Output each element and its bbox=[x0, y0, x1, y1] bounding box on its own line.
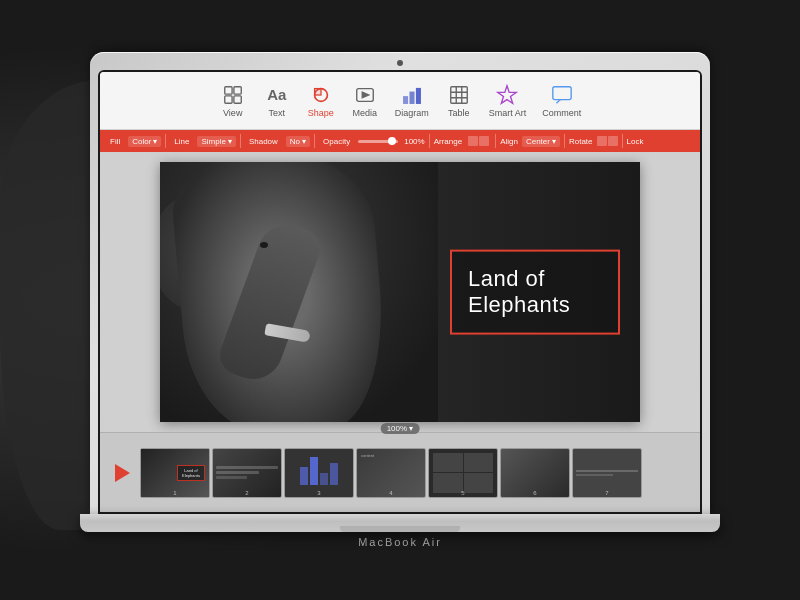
toolbar-smartart[interactable]: Smart Art bbox=[489, 84, 527, 118]
line-group: Line bbox=[170, 137, 193, 146]
svg-rect-1 bbox=[234, 86, 241, 93]
rotate-label: Rotate bbox=[569, 137, 593, 146]
media-icon bbox=[351, 84, 379, 106]
opacity-slider[interactable] bbox=[358, 140, 398, 143]
thumb-5-cell1 bbox=[433, 453, 463, 473]
color-chevron: ▾ bbox=[153, 137, 157, 146]
zoom-value: 100% bbox=[387, 424, 407, 433]
arrange-btn-2[interactable] bbox=[479, 136, 489, 146]
thumb-4-label: 4 bbox=[357, 490, 425, 496]
align-label: Align bbox=[500, 137, 518, 146]
thumb-7-label: 7 bbox=[573, 490, 641, 496]
diagram-label: Diagram bbox=[395, 108, 429, 118]
shape-icon bbox=[307, 84, 335, 106]
play-button[interactable] bbox=[108, 459, 136, 487]
thumb-2-line2 bbox=[216, 471, 259, 474]
canvas-area: Land of Elephants bbox=[100, 152, 700, 432]
color-dropdown[interactable]: Color ▾ bbox=[128, 136, 161, 147]
rotate-btn-2[interactable] bbox=[608, 136, 618, 146]
slide-thumb-7[interactable]: 7 bbox=[572, 448, 642, 498]
slide-thumb-5[interactable]: 5 bbox=[428, 448, 498, 498]
elephant-photo bbox=[160, 162, 438, 422]
svg-rect-3 bbox=[234, 95, 241, 102]
format-bar: Fill Color ▾ Line Simple ▾ bbox=[100, 130, 700, 152]
toolbar: View Aa Text bbox=[100, 72, 700, 130]
thumb-1-text: Land ofElephants bbox=[177, 465, 205, 481]
slide-thumb-4[interactable]: content 4 bbox=[356, 448, 426, 498]
center-chevron: ▾ bbox=[552, 137, 556, 146]
center-label: Center bbox=[526, 137, 550, 146]
thumb-7-line1 bbox=[576, 470, 638, 472]
thumb-4-text: content bbox=[361, 453, 374, 458]
opacity-label: Opacity bbox=[323, 137, 350, 146]
opacity-value: 100% bbox=[404, 137, 424, 146]
svg-rect-9 bbox=[416, 88, 420, 103]
comment-icon bbox=[548, 84, 576, 106]
line-label: Line bbox=[174, 137, 189, 146]
table-icon bbox=[445, 84, 473, 106]
fill-group: Fill bbox=[106, 137, 124, 146]
thumb-2-line3 bbox=[216, 476, 247, 479]
no-label: No bbox=[290, 137, 300, 146]
sep1 bbox=[165, 134, 166, 148]
slide-thumb-1[interactable]: Land ofElephants 1 bbox=[140, 448, 210, 498]
shadow-label: Shadow bbox=[249, 137, 278, 146]
slide-canvas[interactable]: Land of Elephants bbox=[160, 162, 640, 422]
comment-label: Comment bbox=[542, 108, 581, 118]
thumb-3-bar2 bbox=[310, 457, 318, 485]
no-chevron: ▾ bbox=[302, 137, 306, 146]
opacity-group: Opacity bbox=[319, 137, 354, 146]
laptop-base bbox=[80, 514, 720, 532]
simple-dropdown[interactable]: Simple ▾ bbox=[197, 136, 235, 147]
sep5 bbox=[495, 134, 496, 148]
svg-rect-7 bbox=[403, 96, 407, 102]
slide-strip: 100% ▾ Land ofElephants bbox=[100, 432, 700, 512]
simple-label: Simple bbox=[201, 137, 225, 146]
toolbar-diagram[interactable]: Diagram bbox=[395, 84, 429, 118]
toolbar-media[interactable]: Media bbox=[351, 84, 379, 118]
sep6 bbox=[564, 134, 565, 148]
macbook-laptop: View Aa Text bbox=[80, 52, 720, 548]
toolbar-view[interactable]: View bbox=[219, 84, 247, 118]
toolbar-table[interactable]: Table bbox=[445, 84, 473, 118]
table-label: Table bbox=[448, 108, 470, 118]
center-dropdown[interactable]: Center ▾ bbox=[522, 136, 560, 147]
no-dropdown[interactable]: No ▾ bbox=[286, 136, 310, 147]
media-label: Media bbox=[352, 108, 377, 118]
slide-thumb-6[interactable]: 6 bbox=[500, 448, 570, 498]
arrange-btn-1[interactable] bbox=[468, 136, 478, 146]
view-icon bbox=[219, 84, 247, 106]
view-label: View bbox=[223, 108, 242, 118]
thumb-7-line2 bbox=[576, 474, 613, 476]
thumb-1-label: 1 bbox=[141, 490, 209, 496]
play-icon bbox=[115, 464, 130, 482]
sep4 bbox=[429, 134, 430, 148]
svg-rect-8 bbox=[410, 92, 414, 103]
app-window: View Aa Text bbox=[100, 72, 700, 512]
svg-rect-2 bbox=[224, 95, 231, 102]
shape-label: Shape bbox=[308, 108, 334, 118]
toolbar-text[interactable]: Aa Text bbox=[263, 84, 291, 118]
arrange-label: Arrange bbox=[434, 137, 462, 146]
thumb-3-bar3 bbox=[320, 473, 328, 485]
sep3 bbox=[314, 134, 315, 148]
slide-text-box[interactable]: Land of Elephants bbox=[450, 250, 620, 335]
slide-thumb-3[interactable]: 3 bbox=[284, 448, 354, 498]
toolbar-shape[interactable]: Shape bbox=[307, 84, 335, 118]
text-icon: Aa bbox=[263, 84, 291, 106]
toolbar-comment[interactable]: Comment bbox=[542, 84, 581, 118]
sep2 bbox=[240, 134, 241, 148]
svg-rect-10 bbox=[450, 86, 467, 103]
sep7 bbox=[622, 134, 623, 148]
thumb-3-label: 3 bbox=[285, 490, 353, 496]
svg-rect-5 bbox=[314, 88, 320, 94]
thumb-5-label: 5 bbox=[429, 490, 497, 496]
thumb-2-line1 bbox=[216, 466, 278, 469]
laptop-lid: View Aa Text bbox=[90, 52, 710, 514]
thumb-3-bar1 bbox=[300, 467, 308, 485]
zoom-badge: 100% ▾ bbox=[381, 423, 420, 434]
slide-thumb-2[interactable]: 2 bbox=[212, 448, 282, 498]
thumb-2-label: 2 bbox=[213, 490, 281, 496]
rotate-btn-1[interactable] bbox=[597, 136, 607, 146]
lock-label: Lock bbox=[627, 137, 644, 146]
